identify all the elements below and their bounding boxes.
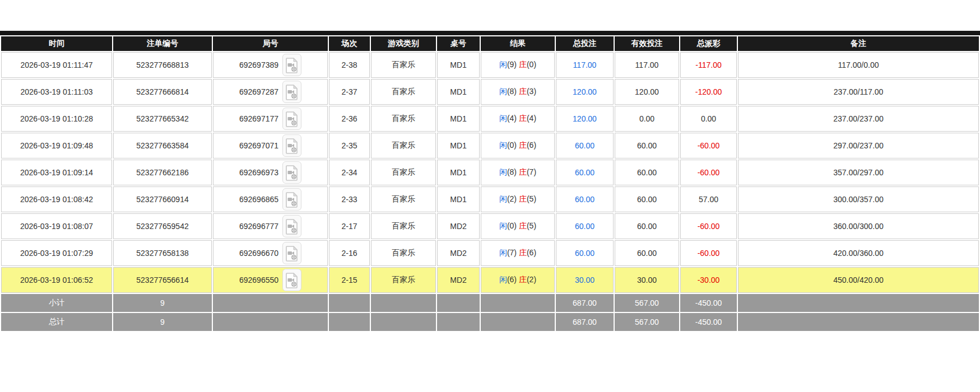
- cell-payout: -117.00: [680, 52, 737, 78]
- cell-game-type: 百家乐: [371, 213, 436, 239]
- footer-payout: -450.00: [680, 294, 737, 312]
- table-row: 2026-03-19 01:07:29523277658138692696670…: [1, 240, 979, 266]
- table-row: 2026-03-19 01:11:47523277668813692697389…: [1, 52, 979, 78]
- video-file-icon: [286, 111, 298, 127]
- footer-total-bet: 687.00: [556, 294, 614, 312]
- cell-session: 2-36: [329, 106, 370, 132]
- video-replay-button[interactable]: [282, 188, 301, 211]
- cell-result: 闲(8) 庄(3): [481, 79, 555, 105]
- footer-session-empty: [329, 294, 370, 312]
- result-player-score: (9): [507, 60, 517, 69]
- cell-session: 2-16: [329, 240, 370, 266]
- cell-total-bet: 60.00: [556, 240, 614, 266]
- cell-bet-id: 523277660914: [113, 186, 212, 212]
- cell-game-type: 百家乐: [371, 106, 436, 132]
- footer-remark-empty: [738, 313, 979, 331]
- result-player-label: 闲: [499, 248, 507, 257]
- cell-round-id: 692696670: [213, 240, 328, 266]
- cell-time: 2026-03-19 01:11:03: [1, 79, 112, 105]
- result-banker-label: 庄: [519, 87, 527, 96]
- cell-bet-id: 523277668813: [113, 52, 212, 78]
- result-player-label: 闲: [499, 87, 507, 96]
- result-banker-label: 庄: [519, 194, 527, 203]
- cell-round-id: 692697389: [213, 52, 328, 78]
- footer-round-empty: [213, 294, 328, 312]
- cell-time: 2026-03-19 01:11:47: [1, 52, 112, 78]
- cell-game-type: 百家乐: [371, 133, 436, 158]
- column-header-bet_id: 注单编号: [113, 36, 212, 51]
- cell-total-bet: 30.00: [556, 267, 614, 293]
- result-player-score: (0): [507, 141, 517, 150]
- footer-result-empty: [481, 294, 555, 312]
- cell-time: 2026-03-19 01:08:07: [1, 213, 112, 239]
- column-header-total_bet: 总投注: [556, 36, 614, 51]
- cell-round-id: 692697177: [213, 106, 328, 132]
- footer-count: 9: [113, 313, 212, 331]
- footer-total-bet: 687.00: [556, 313, 614, 331]
- cell-remark: 420.00/360.00: [738, 240, 979, 266]
- cell-table-no: MD1: [437, 186, 480, 212]
- video-replay-button[interactable]: [282, 54, 301, 76]
- cell-game-type: 百家乐: [371, 240, 436, 266]
- cell-payout: -60.00: [680, 213, 737, 239]
- round-id-text: 692697177: [239, 114, 278, 123]
- cell-remark: 360.00/300.00: [738, 213, 979, 239]
- result-banker-label: 庄: [519, 248, 527, 257]
- cell-table-no: MD1: [437, 160, 480, 185]
- round-id-text: 692696865: [239, 195, 278, 204]
- video-replay-button[interactable]: [282, 81, 301, 103]
- cell-round-id: 692696973: [213, 160, 328, 185]
- video-file-icon: [286, 138, 298, 154]
- cell-game-type: 百家乐: [371, 267, 436, 293]
- column-header-session: 场次: [329, 36, 370, 51]
- cell-valid-bet: 60.00: [615, 213, 679, 239]
- column-header-table: 桌号: [437, 36, 480, 51]
- video-replay-button[interactable]: [282, 161, 301, 184]
- video-replay-button[interactable]: [282, 108, 301, 130]
- result-player-label: 闲: [499, 275, 507, 284]
- result-player-score: (6): [507, 275, 517, 284]
- cell-session: 2-34: [329, 160, 370, 185]
- video-file-icon: [286, 246, 298, 262]
- cell-total-bet: 60.00: [556, 160, 614, 185]
- footer-table-empty: [437, 294, 480, 312]
- cell-time: 2026-03-19 01:10:28: [1, 106, 112, 132]
- video-replay-button[interactable]: [282, 134, 301, 157]
- cell-time: 2026-03-19 01:09:48: [1, 133, 112, 158]
- cell-total-bet: 60.00: [556, 213, 614, 239]
- cell-payout: -60.00: [680, 133, 737, 158]
- cell-round-id: 692696777: [213, 213, 328, 239]
- cell-result: 闲(0) 庄(5): [481, 213, 555, 239]
- cell-total-bet: 120.00: [556, 79, 614, 105]
- cell-time: 2026-03-19 01:06:52: [1, 267, 112, 293]
- cell-round-id: 692697071: [213, 133, 328, 158]
- round-id-text: 692697389: [239, 60, 278, 69]
- cell-table-no: MD1: [437, 79, 480, 105]
- cell-valid-bet: 60.00: [615, 186, 679, 212]
- page-container: 时间注单编号局号场次游戏类别桌号结果总投注有效投注总派彩备注 2026-03-1…: [0, 0, 980, 332]
- cell-result: 闲(8) 庄(7): [481, 160, 555, 185]
- column-header-payout: 总派彩: [680, 36, 737, 51]
- cell-session: 2-33: [329, 186, 370, 212]
- cell-table-no: MD2: [437, 240, 480, 266]
- video-replay-button[interactable]: [282, 215, 301, 237]
- cell-valid-bet: 30.00: [615, 267, 679, 293]
- column-header-valid_bet: 有效投注: [615, 36, 679, 51]
- table-header-row: 时间注单编号局号场次游戏类别桌号结果总投注有效投注总派彩备注: [1, 36, 979, 51]
- result-player-score: (0): [507, 221, 517, 230]
- cell-session: 2-17: [329, 213, 370, 239]
- video-replay-button[interactable]: [282, 242, 301, 264]
- cell-table-no: MD1: [437, 133, 480, 158]
- footer-remark-empty: [738, 294, 979, 312]
- table-row: 2026-03-19 01:11:03523277666814692697287…: [1, 79, 979, 105]
- video-file-icon: [286, 219, 298, 235]
- video-replay-button[interactable]: [282, 269, 301, 291]
- column-header-round_id: 局号: [213, 36, 328, 51]
- cell-result: 闲(0) 庄(6): [481, 133, 555, 158]
- column-header-remark: 备注: [738, 36, 979, 51]
- result-banker-label: 庄: [519, 275, 527, 284]
- result-banker-label: 庄: [519, 141, 527, 150]
- cell-valid-bet: 117.00: [615, 52, 679, 78]
- video-file-icon: [286, 165, 298, 181]
- cell-result: 闲(7) 庄(6): [481, 240, 555, 266]
